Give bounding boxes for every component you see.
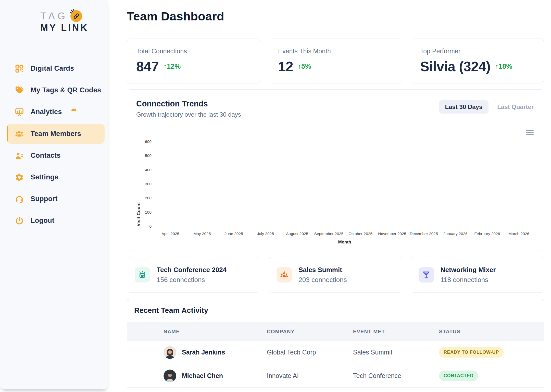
app-window: TAG MY LINK Digital Cards My Tags & QR C [0, 0, 551, 392]
tags-icon [15, 86, 24, 95]
column-header-name: NAME [127, 329, 267, 335]
table-row[interactable]: Sarah Jenkins Global Tech Corp Sales Sum… [127, 341, 544, 364]
stat-value: Silvia (324) [420, 58, 491, 74]
chart-x-labels: April 2025May 2025June 2025July 2025Augu… [155, 231, 535, 236]
stage-icon [135, 267, 150, 283]
link-icon [70, 10, 82, 22]
chart-x-axis-title: Month [155, 240, 535, 245]
stat-label: Events This Month [278, 47, 393, 55]
event-title: Sales Summit [298, 266, 347, 274]
sidebar-item-support[interactable]: Support [0, 188, 105, 210]
avatar [164, 346, 176, 359]
chart-subtitle: Growth trajectory over the last 30 days [136, 111, 241, 118]
sidebar-item-label: Settings [31, 173, 58, 181]
contact-company: Innovate AI [267, 372, 353, 379]
events-row: Tech Conference 2024 156 connections Sal… [127, 257, 544, 293]
sidebar-item-contacts[interactable]: Contacts [0, 145, 105, 166]
sidebar-item-logout[interactable]: Logout [0, 210, 105, 231]
sidebar-item-label: Analytics [31, 108, 62, 116]
main-content: Team Dashboard Total Connections 847 ↑12… [108, 0, 551, 392]
table-title: Recent Team Activity [134, 306, 544, 315]
event-card-sales-summit[interactable]: Sales Summit 203 connections [269, 257, 402, 293]
chart-y-axis-title: Visit Count [136, 142, 141, 226]
sidebar-item-label: Support [31, 195, 58, 203]
crown-icon [71, 106, 77, 112]
stat-value: 12 [278, 58, 293, 74]
event-connections: 156 connections [157, 276, 227, 284]
martini-icon [419, 267, 434, 283]
stat-value: 847 [136, 58, 159, 74]
brand-text-mylink: MY LINK [40, 22, 108, 33]
power-icon [15, 216, 24, 225]
people-group-icon [277, 267, 292, 283]
stat-label: Total Connections [136, 47, 251, 55]
stat-delta: ↑5% [298, 63, 311, 70]
qr-cards-icon [15, 64, 24, 73]
sidebar-item-label: My Tags & QR Codes [31, 86, 101, 94]
event-connections: 203 connections [298, 276, 347, 284]
avatar [164, 370, 176, 382]
headset-icon [15, 194, 24, 204]
chart-bars [155, 142, 535, 226]
chart-title: Connection Trends [136, 99, 241, 108]
sidebar-item-label: Digital Cards [31, 65, 74, 72]
chart-plot [155, 142, 535, 226]
recent-team-activity-card: Recent Team Activity NAME COMPANY EVENT … [127, 299, 544, 391]
sidebar-item-label: Logout [31, 217, 54, 225]
sidebar-item-analytics[interactable]: Analytics [0, 101, 105, 123]
page-title: Team Dashboard [127, 9, 544, 23]
sidebar-item-digital-cards[interactable]: Digital Cards [0, 58, 105, 79]
event-connections: 118 connections [441, 276, 496, 284]
stat-card-events-this-month: Events This Month 12 ↑5% [269, 39, 402, 83]
contact-name: Sarah Jenkins [182, 349, 225, 356]
hamburger-icon[interactable] [526, 130, 534, 136]
event-title: Tech Conference 2024 [157, 266, 227, 274]
stat-delta: ↑18% [495, 63, 512, 70]
stat-card-total-connections: Total Connections 847 ↑12% [127, 39, 260, 83]
stats-row: Total Connections 847 ↑12% Events This M… [127, 39, 544, 83]
stat-card-top-performer: Top Performer Silvia (324) ↑18% [411, 39, 544, 83]
contact-icon [15, 151, 24, 160]
gear-icon [15, 173, 24, 182]
connection-trends-card: Connection Trends Growth trajectory over… [127, 89, 544, 251]
range-toggle: Last 30 Days Last Quarter [439, 100, 535, 114]
sidebar-nav: Digital Cards My Tags & QR Codes Analyti… [0, 58, 108, 231]
brand-logo[interactable]: TAG MY LINK [40, 10, 108, 33]
event-card-networking-mixer[interactable]: Networking Mixer 118 connections [411, 257, 544, 293]
status-badge: CONTACTED [439, 371, 478, 381]
stat-label: Top Performer [420, 47, 535, 55]
range-button-last-quarter[interactable]: Last Quarter [496, 100, 535, 114]
contact-company: Global Tech Corp [267, 349, 353, 356]
presentation-chart-icon [15, 107, 24, 117]
table-row[interactable]: Michael Chen Innovate AI Tech Conference… [127, 364, 544, 388]
column-header-event-met: EVENT MET [353, 329, 439, 335]
sidebar-item-settings[interactable]: Settings [0, 166, 105, 188]
contact-name: Michael Chen [182, 372, 223, 379]
event-card-tech-conference[interactable]: Tech Conference 2024 156 connections [127, 257, 260, 293]
column-header-status: STATUS [439, 329, 544, 335]
table-header: NAME COMPANY EVENT MET STATUS [127, 322, 544, 341]
brand-text-tag: TAG [40, 11, 68, 22]
column-header-company: COMPANY [267, 329, 353, 335]
sidebar-item-label: Team Members [31, 130, 81, 138]
stat-delta: ↑12% [164, 63, 181, 70]
contact-event: Tech Conference [353, 372, 439, 379]
sidebar-item-my-tags[interactable]: My Tags & QR Codes [0, 79, 105, 101]
sidebar-item-team-members[interactable]: Team Members [7, 124, 105, 144]
sidebar: TAG MY LINK Digital Cards My Tags & QR C [0, 0, 108, 389]
status-badge: READY TO FOLLOW-UP [439, 347, 504, 358]
bar-chart: Visit Count 6005004003002001000 April 20… [136, 142, 535, 245]
chart-y-axis: 6005004003002001000 [143, 142, 155, 226]
event-title: Networking Mixer [441, 266, 496, 274]
team-icon [15, 129, 24, 138]
sidebar-item-label: Contacts [31, 152, 61, 160]
contact-event: Sales Summit [353, 349, 439, 356]
range-button-last-30-days[interactable]: Last 30 Days [439, 100, 489, 114]
